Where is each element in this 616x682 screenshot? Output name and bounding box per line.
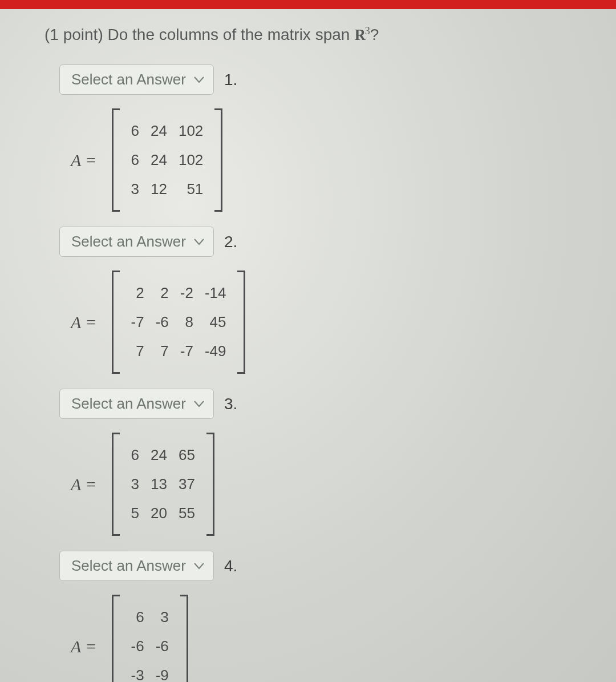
select-placeholder: Select an Answer xyxy=(71,233,186,251)
matrix-3: 6 24 65 3 13 37 5 20 55 xyxy=(112,433,214,536)
cell: -14 xyxy=(199,279,232,308)
answer-row-1: Select an Answer 1. xyxy=(59,64,616,95)
select-placeholder: Select an Answer xyxy=(71,557,186,575)
select-placeholder: Select an Answer xyxy=(71,395,186,413)
cell: -9 xyxy=(150,661,175,682)
answer-row-2: Select an Answer 2. xyxy=(59,227,616,257)
cell: 55 xyxy=(173,499,201,528)
cell: 24 xyxy=(145,441,173,470)
table-row: 3 13 37 xyxy=(125,470,201,499)
matrix-4: 6 3 -6 -6 -3 -9 xyxy=(112,595,188,682)
cell: 6 xyxy=(125,603,150,632)
answer-select-4[interactable]: Select an Answer xyxy=(59,551,214,581)
page-viewport: (1 point) Do the columns of the matrix s… xyxy=(0,0,616,682)
cell: 45 xyxy=(199,308,232,337)
cell: 2 xyxy=(125,279,150,308)
cell: 7 xyxy=(125,337,150,366)
answer-row-4: Select an Answer 4. xyxy=(59,551,616,581)
cell: 12 xyxy=(145,175,173,204)
bracket-left-icon xyxy=(112,433,120,536)
answer-select-3[interactable]: Select an Answer xyxy=(59,389,214,419)
cell: 24 xyxy=(145,146,173,175)
bracket-left-icon xyxy=(112,595,120,682)
table-row: 5 20 55 xyxy=(125,499,201,528)
item-number-2: 2. xyxy=(224,233,237,251)
cell: -3 xyxy=(125,661,150,682)
matrix-table-4: 6 3 -6 -6 -3 -9 xyxy=(125,603,175,682)
table-row: -7 -6 8 45 xyxy=(125,308,232,337)
item-number-1: 1. xyxy=(224,71,237,89)
question-body: Do the columns of the matrix span xyxy=(108,26,350,43)
matrix-display-4: A = 6 3 -6 -6 -3 -9 xyxy=(71,595,616,682)
matrix-table-3: 6 24 65 3 13 37 5 20 55 xyxy=(125,441,201,528)
cell: 3 xyxy=(125,175,145,204)
matrix-label-3: A = xyxy=(71,475,97,494)
chevron-down-icon xyxy=(194,239,204,245)
table-row: 6 24 102 xyxy=(125,146,209,175)
content-area: (1 point) Do the columns of the matrix s… xyxy=(0,9,616,682)
matrix-display-2: A = 2 2 -2 -14 -7 -6 8 45 xyxy=(71,271,616,374)
cell: 5 xyxy=(125,499,145,528)
cell: 7 xyxy=(150,337,175,366)
matrix-1: 6 24 102 6 24 102 3 12 51 xyxy=(112,108,223,212)
table-row: 3 12 51 xyxy=(125,175,209,204)
chevron-down-icon xyxy=(194,76,204,83)
table-row: 6 24 102 xyxy=(125,116,209,146)
bracket-right-icon xyxy=(180,595,188,682)
table-row: 7 7 -7 -49 xyxy=(125,337,232,366)
matrix-display-3: A = 6 24 65 3 13 37 5 20 xyxy=(71,433,616,536)
cell: 2 xyxy=(150,279,175,308)
cell: 102 xyxy=(173,116,209,146)
answer-select-2[interactable]: Select an Answer xyxy=(59,227,214,257)
cell: 6 xyxy=(125,116,145,146)
cell: 37 xyxy=(173,470,201,499)
cell: 8 xyxy=(175,308,199,337)
matrix-2: 2 2 -2 -14 -7 -6 8 45 7 7 -7 xyxy=(112,271,246,374)
answer-row-3: Select an Answer 3. xyxy=(59,389,616,419)
bracket-left-icon xyxy=(112,271,120,374)
item-number-3: 3. xyxy=(224,395,237,413)
bracket-right-icon xyxy=(214,108,222,212)
points-prefix: (1 point) xyxy=(44,26,103,43)
matrix-display-1: A = 6 24 102 6 24 102 3 xyxy=(71,108,616,212)
matrix-table-1: 6 24 102 6 24 102 3 12 51 xyxy=(125,116,209,204)
space-symbol: R3 xyxy=(354,26,370,43)
cell: 65 xyxy=(173,441,201,470)
matrix-label-4: A = xyxy=(71,637,97,656)
question-text: (1 point) Do the columns of the matrix s… xyxy=(44,25,616,44)
bracket-right-icon xyxy=(237,271,245,374)
cell: -6 xyxy=(125,632,150,661)
cell: -7 xyxy=(125,308,150,337)
cell: 6 xyxy=(125,146,145,175)
cell: 20 xyxy=(145,499,173,528)
chevron-down-icon xyxy=(194,563,204,570)
bracket-left-icon xyxy=(112,108,120,212)
select-placeholder: Select an Answer xyxy=(71,71,186,88)
table-row: -6 -6 xyxy=(125,632,175,661)
item-number-4: 4. xyxy=(224,557,237,575)
cell: 3 xyxy=(125,470,145,499)
matrix-label-2: A = xyxy=(71,313,97,332)
matrix-label-1: A = xyxy=(71,151,97,170)
table-row: 2 2 -2 -14 xyxy=(125,279,232,308)
cell: -49 xyxy=(199,337,232,366)
cell: 102 xyxy=(173,146,209,175)
question-mark: ? xyxy=(370,26,379,43)
cell: -6 xyxy=(150,632,175,661)
table-row: 6 3 xyxy=(125,603,175,632)
matrix-table-2: 2 2 -2 -14 -7 -6 8 45 7 7 -7 xyxy=(125,279,232,366)
cell: 51 xyxy=(173,175,209,204)
cell: 3 xyxy=(150,603,175,632)
cell: 6 xyxy=(125,441,145,470)
table-row: -3 -9 xyxy=(125,661,175,682)
bracket-right-icon xyxy=(206,433,214,536)
cell: -6 xyxy=(150,308,175,337)
table-row: 6 24 65 xyxy=(125,441,201,470)
top-red-bar xyxy=(0,0,616,9)
cell: 13 xyxy=(145,470,173,499)
answer-select-1[interactable]: Select an Answer xyxy=(59,64,214,95)
chevron-down-icon xyxy=(194,401,204,407)
cell: -7 xyxy=(175,337,199,366)
cell: 24 xyxy=(145,116,173,146)
cell: -2 xyxy=(175,279,199,308)
